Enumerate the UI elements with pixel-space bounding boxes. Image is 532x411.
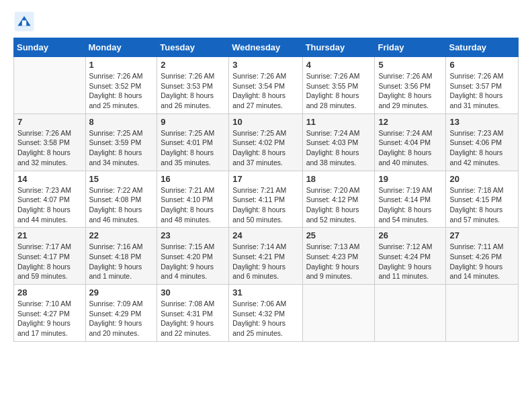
calendar-cell: 28Sunrise: 7:10 AMSunset: 4:27 PMDayligh… <box>14 285 86 342</box>
day-number: 16 <box>161 174 225 184</box>
cell-info: Sunrise: 7:08 AMSunset: 4:31 PMDaylight:… <box>161 299 225 338</box>
calendar-cell: 12Sunrise: 7:24 AMSunset: 4:04 PMDayligh… <box>375 113 446 171</box>
cell-info: Sunrise: 7:19 AMSunset: 4:14 PMDaylight:… <box>378 185 442 225</box>
calendar-cell: 30Sunrise: 7:08 AMSunset: 4:31 PMDayligh… <box>157 285 229 342</box>
day-number: 28 <box>17 287 82 298</box>
calendar-cell: 14Sunrise: 7:23 AMSunset: 4:07 PMDayligh… <box>14 171 86 228</box>
day-number: 13 <box>449 117 515 127</box>
week-row-1: 1Sunrise: 7:26 AMSunset: 3:52 PMDaylight… <box>14 57 519 114</box>
cell-info: Sunrise: 7:16 AMSunset: 4:18 PMDaylight:… <box>89 242 154 281</box>
cell-info: Sunrise: 7:25 AMSunset: 4:02 PMDaylight:… <box>232 128 298 168</box>
day-number: 29 <box>89 287 154 298</box>
calendar-cell: 16Sunrise: 7:21 AMSunset: 4:10 PMDayligh… <box>157 171 229 228</box>
logo <box>13 11 38 32</box>
calendar-cell: 23Sunrise: 7:15 AMSunset: 4:20 PMDayligh… <box>157 228 229 285</box>
cell-info: Sunrise: 7:09 AMSunset: 4:29 PMDaylight:… <box>89 299 154 338</box>
calendar-cell: 18Sunrise: 7:20 AMSunset: 4:12 PMDayligh… <box>302 171 375 228</box>
weekday-header-thursday: Thursday <box>302 38 375 57</box>
day-number: 11 <box>306 117 371 127</box>
calendar-cell: 19Sunrise: 7:19 AMSunset: 4:14 PMDayligh… <box>375 171 446 228</box>
calendar-cell: 29Sunrise: 7:09 AMSunset: 4:29 PMDayligh… <box>85 285 157 342</box>
cell-info: Sunrise: 7:17 AMSunset: 4:17 PMDaylight:… <box>17 242 82 281</box>
day-number: 1 <box>89 60 154 70</box>
calendar-table: SundayMondayTuesdayWednesdayThursdayFrid… <box>13 38 519 342</box>
calendar-cell: 4Sunrise: 7:26 AMSunset: 3:55 PMDaylight… <box>302 57 375 114</box>
calendar-cell: 11Sunrise: 7:24 AMSunset: 4:03 PMDayligh… <box>302 113 375 171</box>
calendar-cell: 3Sunrise: 7:26 AMSunset: 3:54 PMDaylight… <box>229 57 302 114</box>
calendar-cell <box>302 285 375 342</box>
header <box>13 11 519 32</box>
day-number: 12 <box>378 117 442 127</box>
cell-info: Sunrise: 7:25 AMSunset: 4:01 PMDaylight:… <box>161 128 225 168</box>
day-number: 8 <box>89 117 154 127</box>
calendar-cell: 2Sunrise: 7:26 AMSunset: 3:53 PMDaylight… <box>157 57 229 114</box>
day-number: 14 <box>17 174 82 184</box>
calendar-cell <box>375 285 446 342</box>
svg-rect-2 <box>22 20 26 26</box>
day-number: 27 <box>449 230 515 240</box>
calendar-cell: 8Sunrise: 7:25 AMSunset: 3:59 PMDaylight… <box>85 113 157 171</box>
day-number: 4 <box>306 60 371 70</box>
cell-info: Sunrise: 7:14 AMSunset: 4:21 PMDaylight:… <box>232 242 298 281</box>
calendar-cell: 13Sunrise: 7:23 AMSunset: 4:06 PMDayligh… <box>446 113 519 171</box>
calendar-cell: 7Sunrise: 7:26 AMSunset: 3:58 PMDaylight… <box>14 113 86 171</box>
calendar-cell: 15Sunrise: 7:22 AMSunset: 4:08 PMDayligh… <box>85 171 157 228</box>
calendar-cell: 31Sunrise: 7:06 AMSunset: 4:32 PMDayligh… <box>229 285 302 342</box>
day-number: 26 <box>378 230 442 240</box>
weekday-header-sunday: Sunday <box>14 38 86 57</box>
day-number: 17 <box>232 174 298 184</box>
cell-info: Sunrise: 7:26 AMSunset: 3:52 PMDaylight:… <box>89 71 154 111</box>
cell-info: Sunrise: 7:26 AMSunset: 3:58 PMDaylight:… <box>17 128 82 168</box>
day-number: 23 <box>161 230 225 240</box>
day-number: 6 <box>449 60 515 70</box>
cell-info: Sunrise: 7:26 AMSunset: 3:54 PMDaylight:… <box>232 71 298 111</box>
cell-info: Sunrise: 7:26 AMSunset: 3:53 PMDaylight:… <box>161 71 225 111</box>
cell-info: Sunrise: 7:25 AMSunset: 3:59 PMDaylight:… <box>89 128 154 168</box>
day-number: 20 <box>449 174 515 184</box>
weekday-header-row: SundayMondayTuesdayWednesdayThursdayFrid… <box>14 38 519 57</box>
day-number: 7 <box>17 117 82 127</box>
week-row-5: 28Sunrise: 7:10 AMSunset: 4:27 PMDayligh… <box>14 285 519 342</box>
cell-info: Sunrise: 7:23 AMSunset: 4:07 PMDaylight:… <box>17 185 82 225</box>
calendar-cell: 5Sunrise: 7:26 AMSunset: 3:56 PMDaylight… <box>375 57 446 114</box>
week-row-4: 21Sunrise: 7:17 AMSunset: 4:17 PMDayligh… <box>14 228 519 285</box>
day-number: 24 <box>232 230 298 240</box>
weekday-header-wednesday: Wednesday <box>229 38 302 57</box>
day-number: 22 <box>89 230 154 240</box>
cell-info: Sunrise: 7:24 AMSunset: 4:03 PMDaylight:… <box>306 128 371 168</box>
day-number: 25 <box>306 230 371 240</box>
cell-info: Sunrise: 7:18 AMSunset: 4:15 PMDaylight:… <box>449 185 515 225</box>
cell-info: Sunrise: 7:06 AMSunset: 4:32 PMDaylight:… <box>232 299 298 338</box>
calendar-cell: 24Sunrise: 7:14 AMSunset: 4:21 PMDayligh… <box>229 228 302 285</box>
day-number: 31 <box>232 287 298 298</box>
cell-info: Sunrise: 7:20 AMSunset: 4:12 PMDaylight:… <box>306 185 371 225</box>
day-number: 2 <box>161 60 225 70</box>
calendar-cell: 6Sunrise: 7:26 AMSunset: 3:57 PMDaylight… <box>446 57 519 114</box>
cell-info: Sunrise: 7:23 AMSunset: 4:06 PMDaylight:… <box>449 128 515 168</box>
weekday-header-tuesday: Tuesday <box>157 38 229 57</box>
day-number: 18 <box>306 174 371 184</box>
calendar-cell: 21Sunrise: 7:17 AMSunset: 4:17 PMDayligh… <box>14 228 86 285</box>
calendar-cell <box>14 57 86 114</box>
cell-info: Sunrise: 7:15 AMSunset: 4:20 PMDaylight:… <box>161 242 225 281</box>
day-number: 9 <box>161 117 225 127</box>
cell-info: Sunrise: 7:26 AMSunset: 3:57 PMDaylight:… <box>449 71 515 111</box>
cell-info: Sunrise: 7:26 AMSunset: 3:55 PMDaylight:… <box>306 71 371 111</box>
cell-info: Sunrise: 7:10 AMSunset: 4:27 PMDaylight:… <box>17 299 82 338</box>
calendar-cell: 1Sunrise: 7:26 AMSunset: 3:52 PMDaylight… <box>85 57 157 114</box>
week-row-2: 7Sunrise: 7:26 AMSunset: 3:58 PMDaylight… <box>14 113 519 171</box>
calendar-cell: 27Sunrise: 7:11 AMSunset: 4:26 PMDayligh… <box>446 228 519 285</box>
day-number: 15 <box>89 174 154 184</box>
weekday-header-friday: Friday <box>375 38 446 57</box>
calendar-cell: 17Sunrise: 7:21 AMSunset: 4:11 PMDayligh… <box>229 171 302 228</box>
cell-info: Sunrise: 7:13 AMSunset: 4:23 PMDaylight:… <box>306 242 371 281</box>
day-number: 30 <box>161 287 225 298</box>
cell-info: Sunrise: 7:21 AMSunset: 4:11 PMDaylight:… <box>232 185 298 225</box>
calendar-cell: 20Sunrise: 7:18 AMSunset: 4:15 PMDayligh… <box>446 171 519 228</box>
cell-info: Sunrise: 7:24 AMSunset: 4:04 PMDaylight:… <box>378 128 442 168</box>
cell-info: Sunrise: 7:22 AMSunset: 4:08 PMDaylight:… <box>89 185 154 225</box>
calendar-cell: 10Sunrise: 7:25 AMSunset: 4:02 PMDayligh… <box>229 113 302 171</box>
calendar-cell: 26Sunrise: 7:12 AMSunset: 4:24 PMDayligh… <box>375 228 446 285</box>
day-number: 10 <box>232 117 298 127</box>
day-number: 5 <box>378 60 442 70</box>
